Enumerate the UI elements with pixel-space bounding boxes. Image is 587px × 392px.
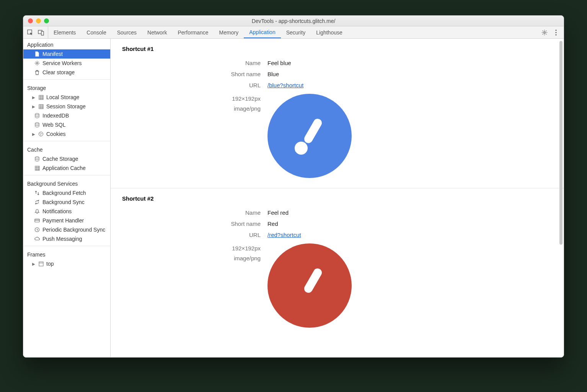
tab-elements[interactable]: Elements [48, 26, 81, 38]
shortcut-heading: Shortcut #1 [111, 46, 564, 57]
sidebar-label: Web SQL [42, 122, 65, 128]
tab-performance[interactable]: Performance [172, 26, 214, 38]
sidebar-item-payment-handler[interactable]: Payment Handler [23, 216, 110, 225]
grid-icon [34, 165, 40, 171]
sidebar-item-cache-storage[interactable]: Cache Storage [23, 154, 110, 163]
sidebar-item-notifications[interactable]: Notifications [23, 207, 110, 216]
svg-rect-18 [35, 219, 39, 222]
sidebar-label: Periodic Background Sync [42, 227, 105, 233]
sidebar-item-manifest[interactable]: Manifest [23, 49, 110, 59]
svg-rect-9 [39, 105, 43, 109]
svg-point-16 [35, 157, 39, 158]
device-toggle-icon[interactable] [38, 29, 44, 36]
minimize-window-button[interactable] [36, 18, 41, 23]
tab-network[interactable]: Network [142, 26, 172, 38]
sidebar-item-background-fetch[interactable]: Background Fetch [23, 188, 110, 198]
sidebar-label: Cookies [46, 131, 66, 137]
expand-icon[interactable]: ▶ [32, 132, 36, 136]
sidebar-item-background-sync[interactable]: Background Sync [23, 198, 110, 207]
svg-point-12 [39, 132, 43, 136]
sidebar-item-indexeddb[interactable]: IndexedDB [23, 111, 110, 120]
sidebar-item-periodic-sync[interactable]: Periodic Background Sync [23, 225, 110, 234]
application-sidebar: Application Manifest Service Workers Cle… [23, 39, 111, 357]
value-short-name: Blue [267, 71, 279, 77]
sidebar-label: Service Workers [42, 60, 82, 66]
svg-point-14 [41, 133, 42, 134]
cookie-icon [38, 131, 44, 137]
grid-icon [38, 94, 44, 100]
sidebar-item-application-cache[interactable]: Application Cache [23, 163, 110, 173]
svg-rect-21 [303, 117, 323, 145]
sidebar-label: Cache Storage [42, 156, 78, 162]
section-background-services: Background Services [23, 178, 110, 188]
sidebar-item-session-storage[interactable]: ▶ Session Storage [23, 102, 110, 111]
svg-point-7 [36, 62, 38, 64]
panel-tabs: Elements Console Sources Network Perform… [48, 26, 348, 38]
icon-size: 192×192px [111, 94, 261, 104]
section-application: Application [23, 39, 110, 49]
svg-point-5 [555, 32, 556, 33]
more-icon[interactable] [553, 29, 559, 36]
sidebar-label: Clear storage [42, 69, 75, 75]
section-cache: Cache [23, 144, 110, 154]
tab-lighthouse[interactable]: Lighthouse [311, 26, 348, 38]
sidebar-item-clear-storage[interactable]: Clear storage [23, 68, 110, 77]
database-icon [34, 156, 40, 162]
sidebar-item-local-storage[interactable]: ▶ Local Storage [23, 93, 110, 102]
svg-rect-20 [39, 262, 43, 266]
tab-security[interactable]: Security [281, 26, 311, 38]
window-title: DevTools - app-shortcuts.glitch.me/ [23, 18, 564, 24]
section-frames: Frames [23, 248, 110, 259]
sidebar-label: Local Storage [46, 94, 79, 100]
label-short-name: Short name [111, 220, 267, 227]
svg-rect-2 [41, 31, 44, 35]
sidebar-label: Payment Handler [42, 217, 84, 224]
tab-console[interactable]: Console [81, 26, 111, 38]
expand-icon[interactable]: ▶ [32, 95, 36, 100]
shortcut-icon [267, 94, 352, 178]
sidebar-item-cookies[interactable]: ▶ Cookies [23, 129, 110, 139]
label-short-name: Short name [111, 71, 267, 77]
card-icon [34, 217, 40, 224]
svg-rect-23 [303, 267, 323, 294]
icon-mime: image/png [111, 253, 261, 263]
sidebar-item-frame-top[interactable]: ▶ top [23, 259, 110, 268]
icon-mime: image/png [111, 104, 261, 114]
scrollbar[interactable] [559, 41, 563, 245]
database-icon [34, 113, 40, 119]
sidebar-label: Application Cache [42, 165, 86, 171]
sidebar-item-push-messaging[interactable]: Push Messaging [23, 234, 110, 243]
sidebar-label: Session Storage [46, 103, 86, 109]
shortcut-heading: Shortcut #2 [111, 195, 564, 207]
sidebar-label: top [46, 261, 54, 267]
tab-application[interactable]: Application [244, 26, 281, 38]
tab-sources[interactable]: Sources [112, 26, 142, 38]
brush-icon [287, 263, 333, 309]
svg-point-13 [40, 133, 41, 134]
tab-memory[interactable]: Memory [214, 26, 244, 38]
sidebar-item-websql[interactable]: Web SQL [23, 120, 110, 129]
shortcut-url-link[interactable]: /red?shortcut [267, 232, 301, 238]
sync-icon [34, 199, 40, 205]
close-window-button[interactable] [28, 18, 33, 23]
section-storage: Storage [23, 82, 110, 93]
trash-icon [34, 69, 40, 75]
label-url: URL [111, 232, 267, 238]
inspect-icon[interactable] [27, 29, 33, 36]
file-icon [34, 51, 40, 57]
cloud-icon [34, 236, 40, 242]
label-name: Name [111, 209, 267, 216]
expand-icon[interactable]: ▶ [32, 262, 36, 266]
sidebar-label: Notifications [42, 208, 72, 214]
expand-icon[interactable]: ▶ [32, 105, 36, 109]
maximize-window-button[interactable] [44, 18, 49, 23]
svg-rect-17 [35, 166, 39, 170]
shortcut-url-link[interactable]: /blue?shortcut [267, 82, 303, 88]
settings-icon[interactable] [541, 29, 548, 36]
icon-size: 192×192px [111, 243, 261, 253]
sidebar-item-service-workers[interactable]: Service Workers [23, 59, 110, 68]
value-name: Feel red [267, 209, 289, 216]
panel-tabbar: Elements Console Sources Network Perform… [23, 26, 564, 39]
svg-point-11 [35, 122, 39, 124]
svg-point-10 [35, 113, 39, 115]
